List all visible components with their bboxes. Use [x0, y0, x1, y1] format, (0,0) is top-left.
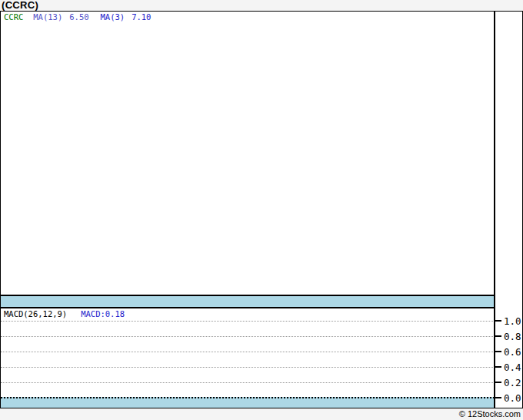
grid-line-1.0 [1, 321, 495, 322]
tick-mark [495, 366, 501, 368]
ma3-value: 7.10 [132, 12, 151, 22]
footer: © 12Stocks.com [0, 408, 523, 420]
y-tick-0.0: 0.0 [495, 392, 521, 404]
ma3-label: MA(3) [101, 12, 125, 22]
y-tick-0.2: 0.2 [495, 376, 521, 388]
tick-mark [495, 320, 501, 322]
y-tick-0.6: 0.6 [495, 345, 521, 358]
ma13-label: MA(13) [33, 12, 62, 22]
tick-label: 0.4 [504, 362, 521, 373]
macd-params-label: MACD(26,12,9) [4, 309, 67, 318]
watermark-link[interactable]: © 12Stocks.com [459, 409, 521, 418]
tick-mark [495, 397, 501, 398]
macd-panel: MACD(26,12,9)MACD:0.18 [1, 308, 495, 408]
bottom-band [1, 397, 495, 408]
y-tick-0.4: 0.4 [495, 361, 521, 373]
ticker-symbol: CCRC [4, 12, 23, 22]
grid-line-0.8 [1, 336, 495, 337]
tick-label: 0.0 [504, 392, 521, 404]
page-title: (CCRC) [2, 0, 38, 11]
tick-mark [495, 335, 501, 337]
tick-label: 0.2 [504, 377, 521, 388]
tick-label: 1.0 [504, 315, 521, 327]
chart-frame: CCRCMA(13)6.50MA(3)7.10 MACD(26,12,9)MAC… [0, 11, 523, 408]
macd-value: MACD:0.18 [81, 309, 125, 318]
y-tick-0.8: 0.8 [495, 330, 521, 342]
tick-label: 0.8 [504, 331, 521, 342]
grid-line-0.2 [1, 382, 495, 383]
grid-line-0.6 [1, 352, 495, 352]
ma13-value: 6.50 [69, 12, 88, 22]
tick-label: 0.6 [504, 346, 521, 358]
y-tick-1.0: 1.0 [495, 315, 521, 327]
macd-legend: MACD(26,12,9)MACD:0.18 [4, 309, 125, 318]
grid-line-0.4 [1, 367, 495, 368]
divider-band [1, 295, 495, 308]
price-legend: CCRCMA(13)6.50MA(3)7.10 [4, 12, 151, 22]
tick-mark [495, 351, 501, 352]
tick-mark [495, 382, 501, 383]
price-panel: CCRCMA(13)6.50MA(3)7.10 [1, 12, 494, 295]
